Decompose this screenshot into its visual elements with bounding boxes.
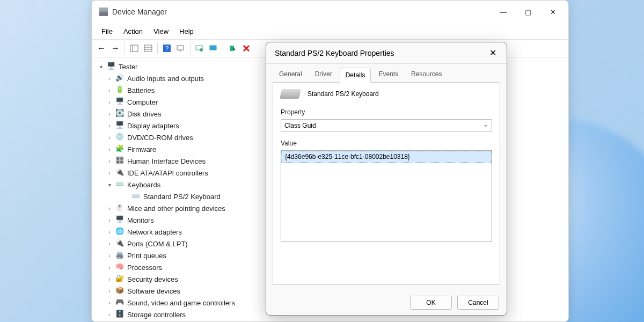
cancel-button[interactable]: Cancel — [457, 296, 499, 310]
chevron-icon: › — [106, 288, 113, 294]
ok-button[interactable]: OK — [410, 296, 452, 310]
properties-toolbar-button[interactable] — [142, 42, 155, 55]
menu-file[interactable]: File — [96, 25, 118, 38]
category-icon: 🔐 — [115, 274, 125, 284]
menubar: File Action View Help — [92, 23, 568, 39]
chevron-icon: › — [106, 241, 113, 247]
category-icon: 🔋 — [115, 85, 125, 95]
svg-rect-2 — [144, 45, 152, 52]
monitor-refresh-icon — [195, 45, 204, 52]
menu-action[interactable]: Action — [118, 25, 148, 38]
chevron-icon: › — [106, 99, 113, 105]
update-driver-button[interactable] — [193, 42, 206, 55]
tree-item[interactable]: ›⚙️System devices — [94, 320, 566, 321]
tree-item-label: Sound, video and game controllers — [127, 299, 235, 307]
chevron-icon: › — [106, 87, 113, 93]
chevron-icon: › — [106, 135, 113, 141]
tree-item-label: Human Interface Devices — [127, 157, 206, 165]
uninstall-device-button[interactable] — [240, 42, 253, 55]
keyboard-icon — [280, 89, 301, 99]
chevron-icon: › — [106, 206, 113, 211]
menu-help[interactable]: Help — [174, 25, 199, 38]
category-icon: 🔌 — [115, 168, 125, 178]
value-label: Value — [281, 140, 492, 147]
property-dropdown-value: Class Guid — [284, 122, 316, 129]
tree-item-label: Computer — [127, 98, 158, 106]
chevron-icon: › — [106, 170, 113, 176]
category-icon: 🖥️ — [115, 121, 125, 130]
dialog-close-button[interactable]: ✕ — [484, 46, 501, 61]
value-item[interactable]: {4d36e96b-e325-11ce-bfc1-08002be10318} — [281, 151, 492, 163]
tree-child-label: Standard PS/2 Keyboard — [143, 193, 221, 201]
help-icon: ? — [163, 45, 171, 52]
tree-item-label: Software devices — [127, 287, 180, 295]
enable-device-button[interactable] — [226, 42, 239, 55]
toolbar-separator — [223, 42, 223, 54]
chevron-icon: › — [106, 76, 113, 82]
dialog-body: Standard PS/2 Keyboard Property Class Gu… — [273, 82, 500, 285]
category-icon: 🌐 — [115, 227, 125, 237]
tree-item-label: Monitors — [127, 216, 154, 224]
help-toolbar-button[interactable]: ? — [160, 42, 173, 55]
enable-icon — [229, 45, 236, 52]
window-title: Device Manager — [112, 8, 491, 16]
svg-text:?: ? — [165, 45, 169, 52]
scan-hardware-button[interactable] — [207, 42, 220, 55]
property-dropdown[interactable]: Class Guid — [281, 119, 492, 132]
delete-x-icon — [243, 45, 250, 52]
panel-icon — [130, 45, 138, 52]
tab-resources[interactable]: Resources — [406, 67, 447, 82]
close-button[interactable]: ✕ — [540, 3, 565, 20]
maximize-button[interactable]: ▢ — [516, 3, 540, 20]
chevron-icon: › — [106, 111, 113, 117]
tree-root-label: Tester — [119, 63, 137, 71]
tab-events[interactable]: Events — [373, 67, 404, 82]
arrow-right-icon: → — [111, 43, 120, 53]
chevron-icon: › — [106, 276, 113, 282]
menu-view[interactable]: View — [148, 25, 174, 38]
property-label: Property — [281, 108, 492, 116]
category-icon: 💿 — [115, 133, 125, 142]
category-icon: 🖥️ — [115, 97, 125, 107]
category-icon: 🖨️ — [115, 251, 125, 260]
scan-toolbar-button[interactable] — [174, 42, 187, 55]
chevron-icon: › — [106, 123, 113, 129]
category-icon: 🔌 — [115, 239, 125, 248]
dialog-title: Standard PS/2 Keyboard Properties — [275, 49, 484, 57]
device-header: Standard PS/2 Keyboard — [281, 89, 492, 99]
category-icon: 🗄️ — [115, 310, 125, 319]
category-icon: 🧩 — [115, 144, 125, 154]
category-icon: 🖥️ — [115, 215, 125, 225]
tree-item-label: DVD/CD-ROM drives — [127, 134, 193, 142]
back-button[interactable]: ← — [95, 42, 108, 55]
tab-general[interactable]: General — [274, 67, 308, 82]
tree-item-label: Keyboards — [127, 181, 160, 189]
category-icon: 🔊 — [115, 74, 125, 83]
tree-item-label: Security devices — [127, 275, 178, 283]
monitor-icon — [177, 45, 185, 52]
category-icon: 🎛️ — [115, 156, 125, 166]
tab-driver[interactable]: Driver — [310, 67, 338, 82]
svg-rect-7 — [177, 46, 184, 50]
chevron-icon: › — [106, 147, 113, 152]
computer-icon: 🖥️ — [107, 62, 116, 71]
tree-item-label: Mice and other pointing devices — [127, 204, 225, 213]
category-icon: 🎮 — [115, 298, 125, 308]
category-icon: ⌨️ — [115, 180, 125, 189]
toolbar-separator — [157, 42, 158, 54]
forward-button[interactable]: → — [109, 42, 122, 55]
value-listbox[interactable]: {4d36e96b-e325-11ce-bfc1-08002be10318} — [281, 150, 492, 241]
category-icon: 💽 — [115, 109, 125, 119]
svg-point-10 — [200, 48, 203, 52]
chevron-icon: › — [106, 217, 113, 223]
minimize-button[interactable]: — — [491, 3, 516, 20]
titlebar: Device Manager — ▢ ✕ — [92, 1, 568, 23]
show-hide-tree-button[interactable] — [128, 42, 141, 55]
tree-item-label: Storage controllers — [127, 311, 186, 319]
toolbar-separator — [125, 42, 125, 54]
tree-item-label: Ports (COM & LPT) — [127, 240, 188, 248]
tab-details[interactable]: Details — [340, 68, 371, 83]
chevron-icon: › — [106, 229, 113, 235]
tree-item-label: Audio inputs and outputs — [127, 75, 204, 83]
window-controls: — ▢ ✕ — [491, 3, 565, 20]
